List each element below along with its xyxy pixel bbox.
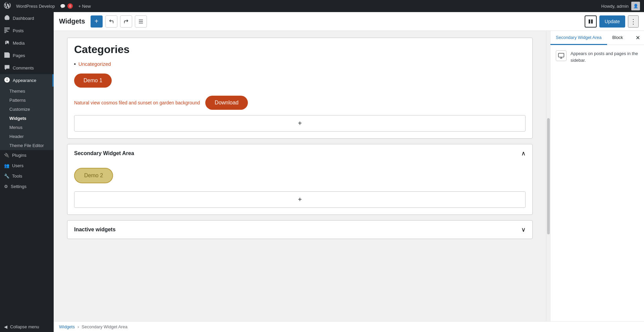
new-content-button[interactable]: + New	[78, 4, 91, 9]
sidebar: Dashboard Posts Media Pages Comments	[0, 12, 54, 332]
settings-icon: ⚙	[4, 184, 8, 189]
tab-block[interactable]: Block	[607, 31, 629, 45]
right-panel-close-button[interactable]: ✕	[632, 32, 644, 44]
add-block-toolbar-button[interactable]: +	[91, 15, 103, 28]
demo1-button[interactable]: Demo 1	[74, 74, 112, 88]
tools-icon: 🔧	[4, 174, 9, 179]
sidebar-item-comments[interactable]: Comments	[0, 62, 54, 74]
undo-button[interactable]	[105, 15, 117, 28]
sidebar-item-media[interactable]: Media	[0, 37, 54, 49]
svg-rect-3	[589, 19, 590, 23]
layout-toggle-button[interactable]	[585, 15, 597, 28]
sidebar-item-dashboard[interactable]: Dashboard	[0, 12, 54, 25]
page-toolbar: Widgets +	[54, 12, 644, 31]
sidebar-item-label: Appearance	[13, 78, 36, 83]
secondary-widget-area-title: Secondary Widget Area	[74, 150, 134, 156]
right-panel: Secondary Widget Area Block ✕ Ap	[550, 31, 644, 321]
sidebar-item-settings[interactable]: ⚙ Settings	[0, 181, 54, 192]
categories-widget-section: Categories Uncategorized Demo 1 Natural …	[67, 38, 533, 139]
users-icon: 👥	[4, 163, 9, 168]
inactive-widgets-section: Inactive widgets ∨	[67, 220, 533, 239]
dashboard-icon	[4, 15, 10, 22]
plugins-icon: 🔌	[4, 153, 9, 158]
sidebar-item-label: Media	[13, 41, 24, 46]
media-icon	[4, 40, 10, 47]
category-link[interactable]: Uncategorized	[78, 61, 111, 67]
sidebar-item-label: Tools	[12, 174, 22, 179]
secondary-widget-area-header[interactable]: Secondary Widget Area ∧	[67, 144, 532, 162]
appearance-icon	[4, 77, 10, 84]
tab-secondary-widget-area[interactable]: Secondary Widget Area	[550, 31, 607, 45]
posts-icon	[4, 27, 10, 34]
svg-rect-5	[558, 53, 564, 57]
content-area: Widgets +	[54, 12, 644, 332]
sidebar-item-pages[interactable]: Pages	[0, 49, 54, 62]
scroll-track[interactable]	[546, 31, 550, 321]
breadcrumb-separator: ›	[77, 324, 79, 329]
scroll-thumb	[547, 118, 550, 234]
admin-bar: WordPress Develop 💬 0 + New Howdy, admin…	[0, 0, 644, 12]
sidebar-item-header[interactable]: Header	[0, 132, 54, 141]
breadcrumb-widgets-link[interactable]: Widgets	[59, 324, 75, 329]
sidebar-item-users[interactable]: 👥 Users	[0, 160, 54, 171]
inactive-widgets-title: Inactive widgets	[74, 227, 116, 233]
secondary-widget-area-section: Secondary Widget Area ∧ Demo 2 +	[67, 144, 533, 215]
site-name[interactable]: WordPress Develop	[16, 4, 55, 9]
pages-icon	[4, 52, 10, 59]
sidebar-item-theme-file-editor[interactable]: Theme File Editor	[0, 141, 54, 150]
sidebar-item-tools[interactable]: 🔧 Tools	[0, 171, 54, 181]
svg-rect-0	[139, 19, 143, 20]
redo-button[interactable]	[120, 15, 132, 28]
sidebar-item-posts[interactable]: Posts	[0, 25, 54, 37]
right-panel-content-row: Appears on posts and pages in the sideba…	[556, 50, 639, 63]
list-view-button[interactable]	[135, 15, 147, 28]
download-button[interactable]: Download	[205, 96, 248, 110]
category-item: Uncategorized	[74, 61, 526, 67]
sidebar-item-label: Posts	[13, 28, 24, 33]
right-panel-description: Appears on posts and pages in the sideba…	[571, 50, 639, 63]
right-panel-tabs: Secondary Widget Area Block ✕	[550, 31, 644, 45]
sidebar-item-widgets[interactable]: Widgets	[0, 114, 54, 123]
breadcrumb-current: Secondary Widget Area	[82, 324, 127, 329]
promo-text: Natural view cosmos filed and sunset on …	[74, 100, 200, 105]
sidebar-item-label: Settings	[11, 184, 26, 189]
more-options-button[interactable]: ⋮	[628, 15, 639, 28]
sidebar-item-label: Users	[12, 163, 23, 168]
comment-icon: 💬	[60, 4, 65, 9]
sidebar-item-menus[interactable]: Menus	[0, 123, 54, 132]
inactive-widgets-header[interactable]: Inactive widgets ∨	[67, 221, 532, 239]
chevron-up-icon: ∧	[521, 150, 526, 157]
categories-list: Uncategorized	[74, 61, 526, 67]
sidebar-item-label: Plugins	[12, 153, 26, 158]
avatar[interactable]: 👤	[631, 2, 640, 10]
sidebar-item-themes[interactable]: Themes	[0, 87, 54, 96]
sidebar-item-plugins[interactable]: 🔌 Plugins	[0, 150, 54, 160]
appearance-submenu: Themes Patterns Customize Widgets Menus …	[0, 87, 54, 150]
breadcrumb: Widgets › Secondary Widget Area	[54, 321, 644, 332]
sidebar-item-label: Dashboard	[13, 16, 34, 21]
sidebar-item-appearance[interactable]: Appearance	[0, 74, 54, 87]
add-block-button-1[interactable]: +	[74, 115, 526, 132]
chevron-down-icon: ∨	[521, 226, 526, 233]
svg-rect-2	[139, 23, 143, 23]
promo-row: Natural view cosmos filed and sunset on …	[74, 96, 526, 110]
sidebar-item-label: Pages	[13, 53, 25, 58]
sidebar-item-patterns[interactable]: Patterns	[0, 96, 54, 105]
wordpress-logo-icon[interactable]	[4, 2, 11, 10]
collapse-icon: ◀	[4, 324, 7, 329]
demo2-button[interactable]: Demo 2	[74, 168, 113, 183]
widgets-scroll-area: Categories Uncategorized Demo 1 Natural …	[54, 31, 644, 321]
svg-rect-4	[591, 19, 593, 23]
add-block-button-2[interactable]: +	[74, 191, 526, 208]
comments-link[interactable]: 💬 0	[60, 3, 73, 9]
categories-title: Categories	[74, 43, 526, 56]
admin-bar-right: Howdy, admin 👤	[601, 2, 640, 10]
sidebar-item-customize[interactable]: Customize	[0, 105, 54, 114]
secondary-widget-area-body: Demo 2 +	[67, 162, 532, 215]
sidebar-item-collapse[interactable]: ◀ Collapse menu	[0, 322, 54, 332]
svg-rect-1	[139, 21, 143, 21]
right-panel-body: Appears on posts and pages in the sideba…	[550, 45, 644, 69]
sidebar-item-label: Comments	[13, 65, 34, 70]
comments-icon	[4, 64, 10, 72]
update-button[interactable]: Update	[599, 15, 625, 28]
